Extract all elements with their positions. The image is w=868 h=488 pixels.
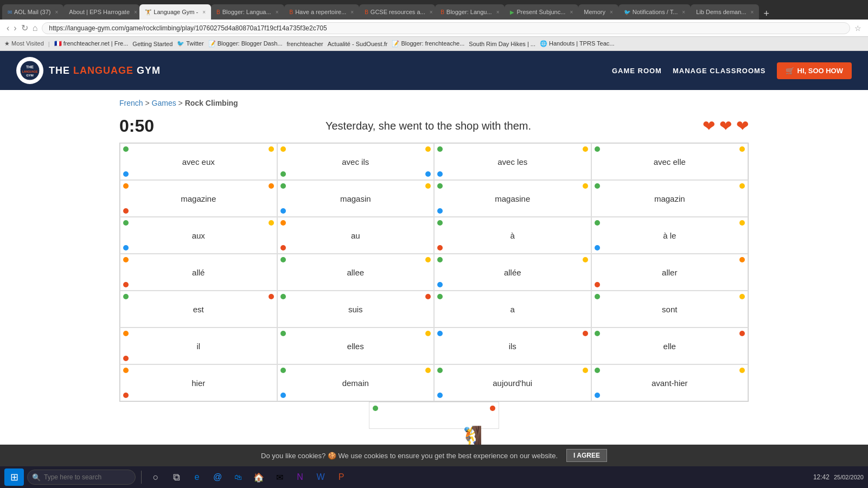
cell-text-4-3: sont bbox=[592, 305, 748, 314]
tab-gcse[interactable]: B GCSE resources a... × bbox=[359, 4, 435, 20]
grid-cell-4-2[interactable]: a bbox=[434, 291, 591, 328]
dot-2-3-bl bbox=[595, 245, 600, 251]
taskbar-store[interactable]: 🛍 bbox=[229, 468, 247, 486]
nav-game-room[interactable]: GAME ROOM bbox=[612, 67, 662, 75]
grid-cell-2-1[interactable]: au bbox=[277, 217, 435, 254]
grid-cell-6-1[interactable]: demain bbox=[277, 364, 435, 401]
grid-cell-1-3[interactable]: magazin bbox=[591, 180, 749, 217]
bookmark-handouts[interactable]: 🌐 Handouts | TPRS Teac... bbox=[540, 40, 615, 47]
bookmark-blogger-dash[interactable]: 📝 Blogger: Blogger Dash... bbox=[208, 40, 283, 47]
tab-eps-close[interactable]: × bbox=[134, 9, 137, 15]
taskbar-task-view[interactable]: ⧉ bbox=[168, 468, 185, 486]
tab-blogger2[interactable]: B Blogger: Langu... × bbox=[435, 4, 505, 20]
cell-text-0-1: avec ils bbox=[278, 157, 434, 166]
grid-cell-4-3[interactable]: sont bbox=[591, 291, 749, 328]
grid-cell-0-0[interactable]: avec eux bbox=[120, 143, 277, 180]
breadcrumb-games[interactable]: Games bbox=[152, 99, 176, 107]
tab-libdems[interactable]: Lib Dems deman... × bbox=[691, 4, 759, 20]
cell-text-5-1: elles bbox=[278, 342, 434, 351]
dot-1-0-tl bbox=[123, 183, 129, 189]
grid-cell-3-3[interactable]: aller bbox=[591, 254, 749, 291]
grid-cell-2-3[interactable]: à le bbox=[591, 217, 749, 254]
grid-cell-4-0[interactable]: est bbox=[120, 291, 277, 328]
grid-cell-3-0[interactable]: allé bbox=[120, 254, 277, 291]
grid-cell-1-0[interactable]: magazine bbox=[120, 180, 277, 217]
user-button[interactable]: 🛒 HI, SOO HOW bbox=[777, 62, 852, 79]
bookmark-sudouest[interactable]: Actualité - SudOuest.fr bbox=[328, 41, 388, 47]
dot-4-0-tr bbox=[269, 294, 274, 299]
cookie-agree-button[interactable]: I AGREE bbox=[566, 449, 607, 462]
grid-cell-6-0[interactable]: hier bbox=[120, 364, 277, 401]
search-icon: 🔍 bbox=[32, 473, 41, 481]
grid-cell-4-1[interactable]: suis bbox=[277, 291, 435, 328]
new-tab-btn[interactable]: + bbox=[759, 8, 774, 20]
lives-display: ❤ ❤ ❤ bbox=[703, 117, 749, 135]
tab-present-subjunc[interactable]: ▶ Present Subjunc... × bbox=[505, 4, 578, 20]
refresh-btn[interactable]: ↻ bbox=[21, 23, 28, 33]
search-bar[interactable]: 🔍 bbox=[27, 470, 136, 485]
tab-repertoire-close[interactable]: × bbox=[350, 9, 354, 15]
dot-2-0-bl bbox=[123, 245, 129, 251]
bookmark-twitter[interactable]: 🐦 Twitter bbox=[177, 40, 203, 47]
user-icon: 🛒 bbox=[786, 67, 794, 75]
bookmark-frenchteacher2[interactable]: frenchteacher bbox=[287, 41, 323, 47]
breadcrumb-french[interactable]: French bbox=[119, 99, 143, 107]
taskbar-edge[interactable]: e bbox=[188, 468, 206, 486]
bookmark-blogger-french[interactable]: 📝 Blogger: frenchteache... bbox=[392, 40, 464, 47]
grid-cell-0-3[interactable]: avec elle bbox=[591, 143, 749, 180]
nav-manage-classrooms[interactable]: MANAGE CLASSROOMS bbox=[673, 67, 766, 75]
grid-cell-2-2[interactable]: à bbox=[434, 217, 591, 254]
tab-present-subjunc-close[interactable]: × bbox=[570, 9, 573, 15]
tab-aol-close[interactable]: × bbox=[55, 9, 58, 15]
bookmark-getting-started[interactable]: Getting Started bbox=[132, 41, 173, 47]
start-button[interactable]: ⊞ bbox=[4, 468, 24, 486]
tab-memory-close[interactable]: × bbox=[610, 9, 613, 15]
most-visited[interactable]: ★ Most Visited bbox=[4, 40, 44, 47]
grid-cell-2-0[interactable]: aux bbox=[120, 217, 277, 254]
grid-cell-1-2[interactable]: magasine bbox=[434, 180, 591, 217]
taskbar-word[interactable]: W bbox=[312, 468, 329, 486]
forward-btn[interactable]: › bbox=[14, 23, 16, 33]
bookmark-frenchteacher[interactable]: 🇫🇷 frenchteacher.net | Fre... bbox=[54, 40, 129, 47]
grid-cell-6-2[interactable]: aujourd'hui bbox=[434, 364, 591, 401]
tab-languagegym-close[interactable]: × bbox=[202, 9, 206, 15]
tab-gcse-close[interactable]: × bbox=[430, 9, 433, 15]
taskbar-powerpoint[interactable]: P bbox=[333, 468, 350, 486]
home-btn[interactable]: ⌂ bbox=[33, 23, 38, 33]
tab-blogger1[interactable]: B Blogger: Langua... × bbox=[211, 4, 284, 20]
taskbar-mail[interactable]: ✉ bbox=[271, 468, 288, 486]
tab-aol[interactable]: ✉ AOL Mail (37) × bbox=[2, 4, 63, 20]
tab-eps[interactable]: About | EPS Harrogate × bbox=[63, 4, 139, 20]
bookmark-south-rim[interactable]: South Rim Day Hikes | ... bbox=[469, 41, 535, 47]
cell-text-5-3: elle bbox=[592, 342, 748, 351]
grid-cell-5-2[interactable]: ils bbox=[434, 328, 591, 364]
tab-repertoire[interactable]: B Have a repertoire... × bbox=[284, 4, 360, 20]
grid-cell-5-0[interactable]: il bbox=[120, 328, 277, 364]
grid-cell-6-3[interactable]: avant-hier bbox=[591, 364, 749, 401]
search-input[interactable] bbox=[44, 473, 131, 481]
grid-cell-0-2[interactable]: avec les bbox=[434, 143, 591, 180]
site-header: THE LANGUAGE GYM THE LANGUAGE GYM GAME R… bbox=[0, 51, 868, 90]
dot-1-0-bl bbox=[123, 208, 129, 214]
taskbar-home[interactable]: 🏠 bbox=[250, 468, 267, 486]
grid-cell-0-1[interactable]: avec ils bbox=[277, 143, 435, 180]
taskbar-ie[interactable]: @ bbox=[209, 468, 226, 486]
taskbar-cortana[interactable]: ○ bbox=[147, 468, 164, 486]
url-input[interactable] bbox=[42, 22, 850, 34]
tab-blogger1-close[interactable]: × bbox=[276, 9, 279, 15]
tab-libdems-close[interactable]: × bbox=[751, 9, 754, 15]
grid-cell-1-1[interactable]: magasin bbox=[277, 180, 435, 217]
tab-memory[interactable]: Memory × bbox=[578, 4, 618, 20]
tab-languagegym[interactable]: 🏋 Language Gym - × bbox=[139, 4, 211, 20]
grid-cell-3-1[interactable]: allee bbox=[277, 254, 435, 291]
grid-cell-5-3[interactable]: elle bbox=[591, 328, 749, 364]
back-btn[interactable]: ‹ bbox=[7, 23, 9, 33]
grid-cell-5-1[interactable]: elles bbox=[277, 328, 435, 364]
grid-cell-3-2[interactable]: allée bbox=[434, 254, 591, 291]
dot-3-1-tr bbox=[425, 257, 431, 262]
tab-blogger2-close[interactable]: × bbox=[496, 9, 500, 15]
tab-notifications-close[interactable]: × bbox=[682, 9, 685, 15]
taskbar-onenote[interactable]: N bbox=[291, 468, 309, 486]
cell-text-0-0: avec eux bbox=[120, 157, 277, 166]
tab-notifications[interactable]: 🐦 Notifications / T... × bbox=[618, 4, 691, 20]
